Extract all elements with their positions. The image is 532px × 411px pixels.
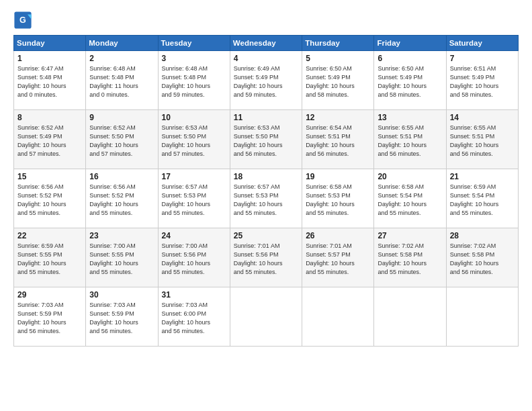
calendar-cell: 27Sunrise: 7:02 AMSunset: 5:58 PMDayligh… [374, 228, 446, 287]
header: G [13, 11, 519, 30]
day-detail: Sunrise: 6:59 AMSunset: 5:54 PMDaylight:… [450, 183, 515, 218]
calendar-cell: 14Sunrise: 6:55 AMSunset: 5:51 PMDayligh… [446, 110, 518, 169]
day-number: 5 [306, 54, 370, 63]
day-detail: Sunrise: 6:55 AMSunset: 5:51 PMDaylight:… [378, 124, 442, 158]
week-row-3: 22Sunrise: 6:59 AMSunset: 5:55 PMDayligh… [14, 228, 519, 287]
day-detail: Sunrise: 6:58 AMSunset: 5:54 PMDaylight:… [378, 183, 442, 218]
calendar-cell: 10Sunrise: 6:53 AMSunset: 5:50 PMDayligh… [158, 110, 230, 169]
day-number: 18 [234, 172, 298, 181]
header-row: SundayMondayTuesdayWednesdayThursdayFrid… [14, 36, 519, 51]
day-number: 15 [17, 172, 82, 181]
calendar-cell: 24Sunrise: 7:00 AMSunset: 5:56 PMDayligh… [158, 228, 230, 287]
day-detail: Sunrise: 6:51 AMSunset: 5:49 PMDaylight:… [450, 64, 515, 99]
day-detail: Sunrise: 6:52 AMSunset: 5:50 PMDaylight:… [89, 124, 154, 158]
day-detail: Sunrise: 6:47 AMSunset: 5:48 PMDaylight:… [17, 64, 82, 99]
day-number: 12 [306, 113, 370, 122]
calendar-cell: 5Sunrise: 6:50 AMSunset: 5:49 PMDaylight… [302, 51, 374, 110]
calendar-cell: 6Sunrise: 6:50 AMSunset: 5:49 PMDaylight… [374, 51, 446, 110]
col-header-tuesday: Tuesday [158, 36, 230, 51]
day-detail: Sunrise: 6:48 AMSunset: 5:48 PMDaylight:… [162, 64, 226, 99]
calendar-cell: 7Sunrise: 6:51 AMSunset: 5:49 PMDaylight… [446, 51, 518, 110]
day-detail: Sunrise: 6:56 AMSunset: 5:52 PMDaylight:… [17, 183, 82, 218]
day-detail: Sunrise: 7:03 AMSunset: 5:59 PMDaylight:… [17, 301, 82, 336]
day-number: 20 [378, 172, 442, 181]
day-detail: Sunrise: 6:59 AMSunset: 5:55 PMDaylight:… [17, 242, 82, 277]
day-detail: Sunrise: 6:56 AMSunset: 5:52 PMDaylight:… [89, 183, 154, 218]
day-detail: Sunrise: 7:03 AMSunset: 6:00 PMDaylight:… [162, 301, 226, 336]
day-detail: Sunrise: 6:53 AMSunset: 5:50 PMDaylight:… [234, 124, 298, 158]
day-number: 25 [234, 231, 298, 240]
day-number: 17 [162, 172, 226, 181]
calendar-cell: 30Sunrise: 7:03 AMSunset: 5:59 PMDayligh… [86, 287, 158, 347]
calendar-cell [446, 287, 518, 347]
calendar-cell: 31Sunrise: 7:03 AMSunset: 6:00 PMDayligh… [158, 287, 230, 347]
calendar-cell: 18Sunrise: 6:57 AMSunset: 5:53 PMDayligh… [230, 169, 302, 228]
calendar-cell: 3Sunrise: 6:48 AMSunset: 5:48 PMDaylight… [158, 51, 230, 110]
day-detail: Sunrise: 6:57 AMSunset: 5:53 PMDaylight:… [234, 183, 298, 218]
day-number: 30 [89, 290, 154, 300]
day-detail: Sunrise: 6:50 AMSunset: 5:49 PMDaylight:… [306, 64, 370, 99]
day-number: 1 [17, 54, 82, 63]
day-detail: Sunrise: 6:57 AMSunset: 5:53 PMDaylight:… [162, 183, 226, 218]
col-header-thursday: Thursday [302, 36, 374, 51]
calendar-cell: 8Sunrise: 6:52 AMSunset: 5:49 PMDaylight… [14, 110, 86, 169]
day-number: 13 [378, 113, 442, 122]
col-header-wednesday: Wednesday [230, 36, 302, 51]
week-row-1: 8Sunrise: 6:52 AMSunset: 5:49 PMDaylight… [14, 110, 519, 169]
day-detail: Sunrise: 6:50 AMSunset: 5:49 PMDaylight:… [378, 64, 442, 99]
calendar-cell: 17Sunrise: 6:57 AMSunset: 5:53 PMDayligh… [158, 169, 230, 228]
day-number: 4 [234, 54, 298, 63]
day-number: 9 [89, 113, 154, 122]
logo: G [13, 11, 35, 30]
day-number: 19 [306, 172, 370, 181]
col-header-saturday: Saturday [446, 36, 518, 51]
calendar-header: SundayMondayTuesdayWednesdayThursdayFrid… [14, 36, 519, 51]
day-detail: Sunrise: 7:02 AMSunset: 5:58 PMDaylight:… [450, 242, 515, 277]
day-number: 16 [89, 172, 154, 181]
calendar-cell: 21Sunrise: 6:59 AMSunset: 5:54 PMDayligh… [446, 169, 518, 228]
calendar-cell: 25Sunrise: 7:01 AMSunset: 5:56 PMDayligh… [230, 228, 302, 287]
logo-icon: G [13, 11, 32, 30]
day-detail: Sunrise: 6:54 AMSunset: 5:51 PMDaylight:… [306, 124, 370, 158]
calendar-cell: 12Sunrise: 6:54 AMSunset: 5:51 PMDayligh… [302, 110, 374, 169]
day-number: 23 [89, 231, 154, 240]
day-detail: Sunrise: 7:02 AMSunset: 5:58 PMDaylight:… [378, 242, 442, 277]
calendar-cell [230, 287, 302, 347]
calendar-cell: 11Sunrise: 6:53 AMSunset: 5:50 PMDayligh… [230, 110, 302, 169]
calendar-cell: 29Sunrise: 7:03 AMSunset: 5:59 PMDayligh… [14, 287, 86, 347]
calendar-cell: 2Sunrise: 6:48 AMSunset: 5:48 PMDaylight… [86, 51, 158, 110]
day-detail: Sunrise: 6:48 AMSunset: 5:48 PMDaylight:… [89, 64, 154, 99]
calendar-cell: 16Sunrise: 6:56 AMSunset: 5:52 PMDayligh… [86, 169, 158, 228]
week-row-0: 1Sunrise: 6:47 AMSunset: 5:48 PMDaylight… [14, 51, 519, 110]
calendar-body: 1Sunrise: 6:47 AMSunset: 5:48 PMDaylight… [14, 51, 519, 347]
calendar-cell: 15Sunrise: 6:56 AMSunset: 5:52 PMDayligh… [14, 169, 86, 228]
day-number: 8 [17, 113, 82, 122]
day-number: 11 [234, 113, 298, 122]
day-number: 24 [162, 231, 226, 240]
calendar-cell: 1Sunrise: 6:47 AMSunset: 5:48 PMDaylight… [14, 51, 86, 110]
day-detail: Sunrise: 7:01 AMSunset: 5:56 PMDaylight:… [234, 242, 298, 277]
calendar-table: SundayMondayTuesdayWednesdayThursdayFrid… [13, 35, 519, 347]
day-number: 22 [17, 231, 82, 240]
day-detail: Sunrise: 6:53 AMSunset: 5:50 PMDaylight:… [162, 124, 226, 158]
day-number: 3 [162, 54, 226, 63]
calendar-cell: 19Sunrise: 6:58 AMSunset: 5:53 PMDayligh… [302, 169, 374, 228]
calendar-cell: 9Sunrise: 6:52 AMSunset: 5:50 PMDaylight… [86, 110, 158, 169]
page: G SundayMondayTuesdayWednesdayThursdayFr… [0, 0, 532, 411]
day-number: 10 [162, 113, 226, 122]
calendar-cell: 4Sunrise: 6:49 AMSunset: 5:49 PMDaylight… [230, 51, 302, 110]
day-detail: Sunrise: 6:49 AMSunset: 5:49 PMDaylight:… [234, 64, 298, 99]
calendar-cell: 20Sunrise: 6:58 AMSunset: 5:54 PMDayligh… [374, 169, 446, 228]
calendar-cell: 22Sunrise: 6:59 AMSunset: 5:55 PMDayligh… [14, 228, 86, 287]
day-detail: Sunrise: 7:03 AMSunset: 5:59 PMDaylight:… [89, 301, 154, 336]
col-header-monday: Monday [86, 36, 158, 51]
calendar-cell: 26Sunrise: 7:01 AMSunset: 5:57 PMDayligh… [302, 228, 374, 287]
week-row-4: 29Sunrise: 7:03 AMSunset: 5:59 PMDayligh… [14, 287, 519, 347]
calendar-cell: 28Sunrise: 7:02 AMSunset: 5:58 PMDayligh… [446, 228, 518, 287]
calendar-cell: 23Sunrise: 7:00 AMSunset: 5:55 PMDayligh… [86, 228, 158, 287]
col-header-friday: Friday [374, 36, 446, 51]
day-number: 7 [450, 54, 515, 63]
day-number: 2 [89, 54, 154, 63]
svg-text:G: G [19, 15, 26, 25]
calendar-cell: 13Sunrise: 6:55 AMSunset: 5:51 PMDayligh… [374, 110, 446, 169]
